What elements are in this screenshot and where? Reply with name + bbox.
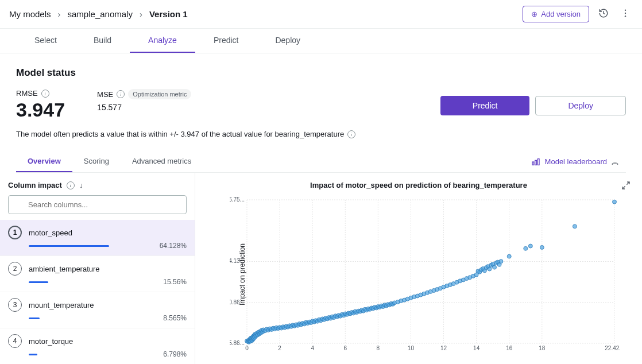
subtab-overview[interactable]: Overview [16, 151, 72, 172]
plot-svg: 36.75...14.13...-0.86...-15.86...0246810… [230, 194, 620, 355]
svg-text:16: 16 [506, 345, 513, 351]
svg-rect-5 [537, 158, 539, 165]
svg-text:-15.86...: -15.86... [230, 340, 245, 346]
rank-badge: 1 [8, 226, 22, 239]
column-item-mount_temperature[interactable]: 3 mount_temperature 8.565% [0, 292, 195, 328]
svg-point-189 [507, 254, 511, 258]
svg-point-193 [573, 224, 577, 229]
column-impact-title: Column impact [8, 181, 62, 189]
rank-badge: 3 [8, 298, 22, 312]
svg-text:2: 2 [278, 345, 281, 351]
rank-badge: 2 [8, 262, 22, 276]
model-leaderboard-link[interactable]: Model leaderboard ︽ [531, 157, 626, 167]
breadcrumb-model[interactable]: sample_anomaly [68, 9, 133, 19]
column-impact-panel: Column impact i ↓ 1 motor_speed 64.128% … [0, 173, 195, 364]
impact-percent: 6.798% [163, 350, 187, 358]
tab-deploy[interactable]: Deploy [257, 29, 319, 53]
metrics: RMSE i 3.947 MSE i Optimization metric 1… [16, 89, 191, 119]
svg-text:4: 4 [311, 345, 314, 351]
scatter-plot: Impact on prediction 36.75...14.13...-0.… [230, 194, 620, 355]
subtabs-row: Overview Scoring Advanced metrics Model … [16, 151, 626, 173]
subtab-scoring[interactable]: Scoring [72, 151, 121, 172]
column-item-ambient_temperature[interactable]: 2 ambient_temperature 15.56% [0, 256, 195, 292]
tab-predict[interactable]: Predict [195, 29, 257, 53]
impact-percent: 64.128% [160, 242, 187, 250]
column-impact-header: Column impact i ↓ [8, 181, 187, 189]
column-name: motor_torque [29, 337, 73, 346]
tab-analyze[interactable]: Analyze [130, 29, 195, 53]
chart-bar-icon [531, 157, 540, 166]
lower-panels: Column impact i ↓ 1 motor_speed 64.128% … [0, 173, 642, 364]
expand-icon[interactable] [621, 181, 631, 192]
svg-text:22.42...: 22.42... [605, 345, 620, 351]
svg-text:36.75...: 36.75... [230, 196, 245, 203]
svg-point-191 [528, 244, 532, 248]
add-version-button[interactable]: ⊕ Add version [523, 6, 589, 22]
svg-point-2 [625, 16, 626, 17]
svg-text:0: 0 [245, 345, 249, 351]
leaderboard-label: Model leaderboard [545, 157, 607, 166]
info-icon[interactable]: i [117, 90, 125, 98]
header: My models › sample_anomaly › Version 1 ⊕… [0, 0, 642, 29]
sort-arrow-down-icon[interactable]: ↓ [79, 181, 83, 189]
impact-bar [29, 354, 132, 355]
impact-bar [29, 281, 132, 283]
rmse-label: RMSE [16, 89, 38, 98]
history-icon[interactable] [596, 6, 611, 22]
description-text: The model often predicts a value that is… [16, 130, 344, 138]
column-name: ambient_temperature [29, 265, 100, 273]
mse-block: MSE i Optimization metric 15.577 [97, 89, 191, 112]
impact-percent: 15.56% [163, 278, 187, 286]
chevron-right-icon: › [140, 9, 142, 19]
rank-badge: 4 [8, 334, 22, 348]
svg-line-8 [626, 182, 629, 185]
y-axis-label: Impact on prediction [238, 243, 246, 305]
breadcrumb: My models › sample_anomaly › Version 1 [9, 9, 188, 19]
impact-bar [29, 245, 132, 247]
header-actions: ⊕ Add version [523, 6, 633, 22]
chart-panel: Impact of motor_speed on prediction of b… [195, 173, 642, 364]
rmse-block: RMSE i 3.947 [16, 89, 65, 119]
svg-text:6: 6 [343, 345, 347, 351]
svg-rect-4 [535, 160, 536, 165]
info-icon[interactable]: i [67, 181, 75, 189]
svg-rect-3 [532, 162, 534, 165]
collapse-icon[interactable]: ︽ [612, 157, 619, 167]
info-icon[interactable]: i [347, 130, 355, 138]
main-tabs: Select Build Analyze Predict Deploy [0, 29, 642, 53]
tab-select[interactable]: Select [16, 29, 75, 53]
more-vertical-icon[interactable] [618, 6, 633, 22]
impact-bar [29, 317, 132, 319]
svg-point-190 [524, 246, 528, 250]
metrics-row: RMSE i 3.947 MSE i Optimization metric 1… [16, 89, 626, 119]
predict-button[interactable]: Predict [440, 96, 530, 115]
svg-point-188 [499, 260, 503, 264]
action-buttons: Predict Deploy [440, 96, 626, 115]
breadcrumb-version: Version 1 [149, 9, 188, 19]
mse-value: 15.577 [97, 103, 191, 112]
tab-build[interactable]: Build [75, 29, 130, 53]
chart-title: Impact of motor_speed on prediction of b… [207, 181, 631, 189]
svg-text:18: 18 [539, 345, 546, 351]
optimization-metric-badge: Optimization metric [128, 89, 191, 99]
svg-point-1 [625, 13, 626, 14]
column-item-motor_torque[interactable]: 4 motor_torque 6.798% [0, 328, 195, 364]
column-item-motor_speed[interactable]: 1 motor_speed 64.128% [0, 220, 195, 256]
svg-line-9 [622, 186, 625, 189]
svg-point-194 [613, 200, 617, 204]
rmse-value: 3.947 [16, 100, 65, 119]
svg-text:14: 14 [473, 345, 480, 351]
svg-text:10: 10 [408, 345, 415, 351]
search-input[interactable] [8, 195, 187, 214]
info-icon[interactable]: i [41, 90, 49, 98]
column-list: 1 motor_speed 64.128% 2 ambient_temperat… [0, 220, 195, 364]
chevron-right-icon: › [58, 9, 61, 19]
add-version-label: Add version [541, 10, 581, 18]
svg-text:8: 8 [377, 345, 380, 351]
deploy-button[interactable]: Deploy [535, 96, 626, 115]
breadcrumb-root[interactable]: My models [9, 9, 51, 19]
mse-label: MSE [97, 90, 113, 99]
subtab-advanced-metrics[interactable]: Advanced metrics [121, 151, 203, 172]
impact-percent: 8.565% [163, 314, 187, 322]
content: Model status RMSE i 3.947 MSE i Optimiza… [0, 53, 642, 173]
